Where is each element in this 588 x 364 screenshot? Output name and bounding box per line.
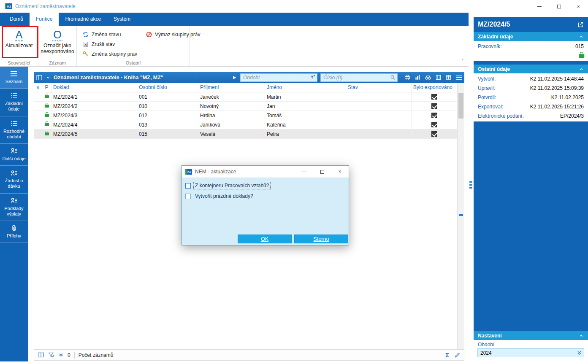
vertical-scrollbar[interactable] xyxy=(457,83,464,349)
column-header-p[interactable]: P xyxy=(42,83,51,92)
nem-aktualizace-dialog: K2 NEM - aktualizace × Z kontejneru Prac… xyxy=(182,165,349,245)
panes-icon[interactable] xyxy=(38,352,44,358)
print-icon[interactable] xyxy=(404,74,411,81)
column-header-bylo-exportovano[interactable]: Bylo exportováno xyxy=(412,83,457,92)
section-header-nastaveni[interactable]: Nastavení xyxy=(474,331,588,340)
sidebar-item-prilohy[interactable]: Přílohy xyxy=(0,221,28,243)
panel-splitter[interactable] xyxy=(469,13,474,364)
close-button[interactable]: × xyxy=(569,0,588,13)
dialog-maximize-button[interactable] xyxy=(313,166,331,178)
checkbox-z-kontejneru-label[interactable]: Z kontejneru Pracovních vztahů? xyxy=(194,182,270,189)
grid-statusbar: 0 Počet záznamů Σ xyxy=(34,349,464,361)
minimize-button[interactable] xyxy=(530,0,549,13)
menu-icon xyxy=(1,70,27,78)
cell-jmeno: Tomáš xyxy=(265,111,346,120)
tab-funkce[interactable]: Funkce xyxy=(30,13,59,26)
sum-icon[interactable]: Σ xyxy=(445,351,449,359)
pracovnik-label: Pracovník: xyxy=(478,43,502,49)
snowflake-icon[interactable] xyxy=(58,352,64,358)
section-header-zakladni-udaje[interactable]: Základní údaje xyxy=(474,32,588,41)
tab-system[interactable]: Systém xyxy=(107,13,137,26)
search-icon[interactable] xyxy=(390,75,396,80)
detail-field: Elektronické podání: EP/2024/3 xyxy=(474,111,588,121)
maximize-button[interactable] xyxy=(549,0,569,13)
play-icon[interactable] xyxy=(231,75,237,81)
detail-field: Exportoval: K2 11.02.2025 15:21:26 xyxy=(474,102,588,111)
tab-hromadne-akce[interactable]: Hromadné akce xyxy=(59,13,107,26)
menu-icon[interactable] xyxy=(455,75,462,81)
cell-doklad: MZ/2024/4 xyxy=(51,120,137,129)
column-header-osobni-cislo[interactable]: Osobní číslo xyxy=(137,83,198,92)
vymaz-skupiny-prav-button[interactable]: Výmaz skupiny práv xyxy=(142,30,203,39)
column-header-s[interactable]: s xyxy=(34,83,42,92)
chevron-up-icon[interactable] xyxy=(579,67,584,72)
exported-checkbox[interactable] xyxy=(431,113,437,118)
column-header-stav[interactable]: Stav xyxy=(346,83,412,92)
checkbox-vytvorit-prazdne-label[interactable]: Vytvořit prázdné doklady? xyxy=(194,193,255,200)
exported-checkbox[interactable] xyxy=(431,131,437,137)
chevron-up-icon[interactable] xyxy=(579,333,584,338)
table-row-selected[interactable]: MZ/2024/5 015 Veselá Petra xyxy=(34,129,457,139)
table-row[interactable]: MZ/2024/4 013 Janíková Kateřina xyxy=(34,120,457,129)
external-link-icon[interactable] xyxy=(577,22,584,28)
pracovnik-value[interactable]: 015 xyxy=(575,43,584,49)
zmena-stavu-button[interactable]: Změna stavu xyxy=(79,30,141,39)
table-row[interactable]: MZ/2024/3 012 Hrdina Tomáš xyxy=(34,111,457,120)
chart-icon[interactable] xyxy=(415,74,421,81)
tab-domu[interactable]: Domů xyxy=(3,13,30,26)
zmena-skupiny-prav-button[interactable]: Změna skupiny práv xyxy=(79,49,141,59)
cell-doklad: MZ/2024/1 xyxy=(51,92,137,101)
ribbon-collapse-icon[interactable]: ˆ xyxy=(462,59,463,65)
chevron-down-icon[interactable] xyxy=(46,75,51,80)
table-row[interactable]: MZ/2024/2 010 Novotný Jan xyxy=(34,102,457,111)
scrollbar-position-mark xyxy=(459,214,463,216)
lock-icon xyxy=(45,132,49,135)
zrusit-stav-label: Zrušit stav xyxy=(92,41,115,47)
storno-button[interactable]: Storno xyxy=(294,235,348,243)
cislo-filter-input[interactable]: Číslo (0) xyxy=(320,73,398,82)
section-header-ostatni-udaje[interactable]: Ostatní údaje xyxy=(474,65,588,73)
sidebar-item-rozhodne-obdobi[interactable]: Rozhodné období xyxy=(0,116,28,144)
column-header-prijmeni[interactable]: Příjmení xyxy=(198,83,265,92)
column-header-jmeno[interactable]: Jméno xyxy=(265,83,346,92)
minimize-icon xyxy=(537,6,542,7)
checkbox-z-kontejneru[interactable] xyxy=(185,183,191,189)
book-icon[interactable] xyxy=(36,74,43,81)
oznacit-neexportovano-button[interactable]: O Označit jako neexportováno xyxy=(41,28,74,55)
filter-dropdown-icon[interactable] xyxy=(310,75,315,80)
aktualizovat-icon: A xyxy=(15,29,24,41)
columns-icon[interactable] xyxy=(435,74,442,81)
aktualizovat-button[interactable]: A Aktualizovat xyxy=(2,28,36,49)
exported-checkbox[interactable] xyxy=(431,94,437,100)
exported-checkbox[interactable] xyxy=(431,103,437,109)
dialog-minimize-button[interactable] xyxy=(295,166,313,178)
ribbon-group-ostatni: Změna stavu Zrušit stav Změna skupiny pr… xyxy=(77,26,190,66)
obdobi-input[interactable]: 2024 xyxy=(477,348,584,357)
pencil-icon[interactable] xyxy=(454,352,461,358)
ok-button[interactable]: OK xyxy=(238,235,292,243)
obdobi-filter-input[interactable]: Období xyxy=(240,73,317,82)
checkbox-vytvorit-prazdne[interactable] xyxy=(185,194,191,199)
dialog-titlebar[interactable]: K2 NEM - aktualizace × xyxy=(182,166,349,178)
table-row[interactable]: MZ/2024/1 001 Janeček Martin xyxy=(34,92,457,102)
sidebar-item-zakladni-udaje[interactable]: Základní údaje xyxy=(0,89,28,116)
binoculars-icon[interactable] xyxy=(425,74,431,81)
filter-edit-icon[interactable] xyxy=(48,352,54,358)
dropdown-icon[interactable] xyxy=(577,350,582,356)
sidebar-item-seznam[interactable]: Seznam xyxy=(0,67,28,89)
aktualizovat-label: Aktualizovat xyxy=(2,43,36,49)
lock-icon xyxy=(45,123,49,126)
sidebar-item-podklady-vyplaty[interactable]: Podklady výplaty xyxy=(0,194,28,221)
sidebar-item-zadost-o-davku[interactable]: Žádost o dávku xyxy=(0,166,28,193)
scrollbar-thumb[interactable] xyxy=(458,93,463,119)
sidebar-item-dalsi-udaje[interactable]: Další údaje xyxy=(0,144,28,166)
ribbon-tabbar: Domů Funkce Hromadné akce Systém xyxy=(0,13,469,26)
chevron-up-icon[interactable] xyxy=(579,34,584,39)
column-header-doklad[interactable]: Doklad xyxy=(51,83,137,92)
table-icon[interactable] xyxy=(445,74,452,81)
splitter-handle xyxy=(469,187,472,189)
exported-checkbox[interactable] xyxy=(431,122,437,127)
dialog-close-button[interactable]: × xyxy=(331,166,349,178)
field-value[interactable]: EP/2024/3 xyxy=(560,113,584,119)
zrusit-stav-button[interactable]: Zrušit stav xyxy=(79,39,141,49)
